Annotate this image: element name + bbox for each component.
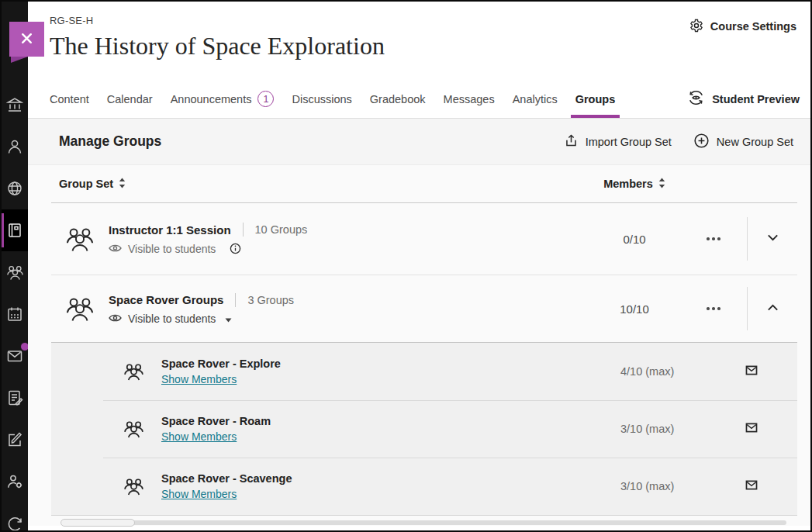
tab-discussions[interactable]: Discussions xyxy=(287,80,356,118)
tab-label: Gradebook xyxy=(370,93,426,105)
global-nav-sidebar xyxy=(2,2,28,530)
course-settings-button[interactable]: Course Settings xyxy=(689,16,796,36)
messages-icon xyxy=(6,347,23,364)
compose-icon xyxy=(6,431,23,448)
group-set-row: Instructor 1:1 Session 10 Groups Visible… xyxy=(51,203,797,275)
import-group-set-button[interactable]: Import Group Set xyxy=(564,133,672,150)
column-members: Members xyxy=(589,178,680,191)
group-set-name[interactable]: Space Rover Groups xyxy=(109,293,223,306)
sort-members-button[interactable]: Members xyxy=(603,178,665,191)
tab-analytics[interactable]: Analytics xyxy=(508,80,562,118)
message-group-button[interactable] xyxy=(741,475,762,497)
sidebar-item-tools[interactable] xyxy=(2,419,28,461)
sort-icon xyxy=(658,178,665,191)
student-preview-label: Student Preview xyxy=(712,93,800,105)
horizontal-scrollbar xyxy=(51,518,797,526)
tab-label: Messages xyxy=(444,93,495,105)
manage-groups-bar: Manage Groups Import Group Set New Group… xyxy=(28,119,810,165)
envelope-icon xyxy=(745,364,758,379)
show-members-link[interactable]: Show Members xyxy=(161,430,237,443)
new-group-set-button[interactable]: New Group Set xyxy=(693,133,793,151)
announcements-count-badge: 1 xyxy=(257,91,274,107)
group-name: Space Rover - Explore xyxy=(161,358,281,370)
expand-row-button[interactable] xyxy=(762,226,784,251)
course-header: RG-SE-H The History of Space Exploration… xyxy=(28,2,810,80)
sort-group-set-button[interactable]: Group Set xyxy=(59,178,126,191)
courses-icon xyxy=(6,222,23,239)
messages-notification-badge xyxy=(20,342,28,351)
new-group-set-label: New Group Set xyxy=(717,136,793,148)
manage-actions: Import Group Set New Group Set xyxy=(564,133,793,151)
sidebar-item-calendar[interactable] xyxy=(2,293,28,335)
gear-icon xyxy=(689,19,703,35)
calendar-icon xyxy=(6,306,23,323)
app-window: RG-SE-H The History of Space Exploration… xyxy=(0,0,812,532)
group-set-info: Instructor 1:1 Session 10 Groups Visible… xyxy=(109,223,589,255)
group-icon xyxy=(118,362,149,382)
sidebar-item-organizations[interactable] xyxy=(2,251,28,293)
sidebar-item-institution[interactable] xyxy=(2,84,28,126)
collapse-row-button[interactable] xyxy=(762,296,784,321)
row-options-menu-button[interactable] xyxy=(702,302,725,315)
sidebar-item-sign-out[interactable] xyxy=(2,503,28,530)
tab-gradebook[interactable]: Gradebook xyxy=(365,80,430,118)
sign-out-icon xyxy=(6,515,23,530)
sort-icon xyxy=(119,178,126,191)
profile-icon xyxy=(6,138,23,155)
tab-label: Calendar xyxy=(107,93,153,105)
admin-icon xyxy=(6,473,23,490)
members-count: 0/10 xyxy=(589,233,680,246)
plus-circle-icon xyxy=(693,133,710,151)
info-icon[interactable] xyxy=(229,242,242,255)
scrollbar-thumb[interactable] xyxy=(60,519,135,527)
tab-label: Analytics xyxy=(513,93,558,105)
show-members-link[interactable]: Show Members xyxy=(161,373,237,385)
course-titles: RG-SE-H The History of Space Exploration xyxy=(50,2,385,80)
column-label: Members xyxy=(603,178,653,190)
sidebar-item-messages[interactable] xyxy=(2,335,28,377)
members-count: 10/10 xyxy=(589,302,680,316)
sidebar-item-courses[interactable] xyxy=(2,209,28,251)
column-group-set: Group Set xyxy=(51,178,589,191)
visibility-label: Visible to students xyxy=(128,243,216,255)
envelope-icon xyxy=(745,421,758,437)
tab-groups[interactable]: Groups xyxy=(571,80,620,118)
sidebar-item-globe[interactable] xyxy=(2,168,28,209)
close-course-button[interactable] xyxy=(9,22,44,57)
show-members-link[interactable]: Show Members xyxy=(161,488,237,500)
tab-content[interactable]: Content xyxy=(45,80,94,118)
group-icon xyxy=(118,420,149,439)
tab-announcements[interactable]: Announcements 1 xyxy=(166,80,279,118)
group-row: Space Rover - Scavenge Show Members 3/10… xyxy=(51,458,797,515)
eye-icon xyxy=(109,313,122,325)
divider xyxy=(243,223,244,237)
bottom-strip xyxy=(28,526,810,530)
caret-down-icon xyxy=(225,313,232,325)
message-group-button[interactable] xyxy=(741,418,762,440)
scrollbar-track[interactable] xyxy=(65,520,786,525)
sidebar-item-profile[interactable] xyxy=(2,126,28,168)
row-options-menu-button[interactable] xyxy=(702,233,725,245)
upload-icon xyxy=(564,133,579,150)
import-group-set-label: Import Group Set xyxy=(586,136,672,148)
course-tabbar: Content Calendar Announcements 1 Discuss… xyxy=(28,80,810,119)
sidebar-item-admin[interactable] xyxy=(2,461,28,503)
group-table-header: Group Set Members xyxy=(51,165,797,203)
course-code: RG-SE-H xyxy=(50,2,385,26)
sidebar-item-grades[interactable] xyxy=(2,377,28,419)
page-title: Manage Groups xyxy=(59,133,161,150)
visibility-dropdown[interactable]: Visible to students xyxy=(109,313,232,325)
student-preview-button[interactable]: Student Preview xyxy=(687,80,800,118)
group-set-row: Space Rover Groups 3 Groups Visible to s… xyxy=(51,275,797,342)
tab-calendar[interactable]: Calendar xyxy=(102,80,157,118)
group-set-name[interactable]: Instructor 1:1 Session xyxy=(109,223,231,237)
grades-icon xyxy=(6,389,23,406)
main-content: RG-SE-H The History of Space Exploration… xyxy=(28,2,810,530)
group-row: Space Rover - Explore Show Members 4/10 … xyxy=(51,343,797,400)
group-members-count: 4/10 (max) xyxy=(620,365,706,378)
organizations-icon xyxy=(6,264,24,281)
group-icon xyxy=(118,477,149,496)
tab-messages[interactable]: Messages xyxy=(439,80,499,118)
divider xyxy=(235,293,236,307)
message-group-button[interactable] xyxy=(741,361,762,382)
